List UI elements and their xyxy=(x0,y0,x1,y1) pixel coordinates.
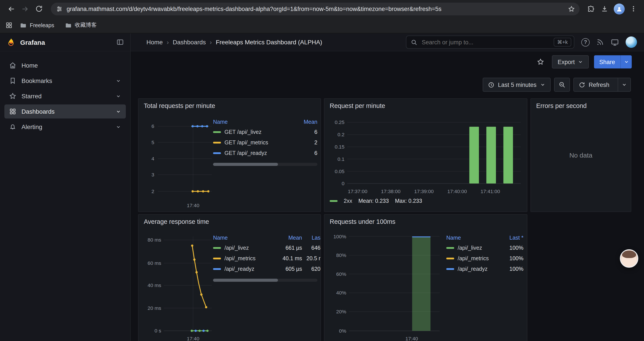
sidebar-header: Grafana xyxy=(0,33,130,51)
sidebar-item-starred[interactable]: Starred xyxy=(4,89,126,103)
export-button[interactable]: Export xyxy=(552,55,589,69)
refresh-button[interactable]: Refresh xyxy=(574,78,614,91)
browser-menu-icon[interactable] xyxy=(630,5,637,12)
y-axis-tick: 80 ms xyxy=(148,237,161,243)
legend-header-last[interactable]: Las xyxy=(302,235,320,241)
scrollbar-thumb[interactable] xyxy=(213,163,278,166)
bookmark-label: 收藏博客 xyxy=(75,22,97,29)
legend-row[interactable]: GET /api/_readyz 6 xyxy=(213,148,318,158)
legend-header-name[interactable]: Name xyxy=(446,235,501,241)
legend-header-last[interactable]: Last * xyxy=(501,235,524,241)
y-axis-tick: 80% xyxy=(336,252,346,258)
x-axis-tick: 17:40 xyxy=(406,336,418,341)
bookmark-label: Freeleaps xyxy=(30,22,54,28)
legend-value: 620 xyxy=(302,266,320,272)
series-color-swatch xyxy=(213,131,221,133)
legend-row[interactable]: GET /api/_metrics 2 xyxy=(213,137,318,148)
bookmark-item-freeleaps[interactable]: Freeleaps xyxy=(16,20,58,31)
person-icon xyxy=(616,6,622,12)
share-button[interactable]: Share xyxy=(594,55,620,69)
legend-scrollbar[interactable] xyxy=(213,279,318,282)
dashboard-panels: Total requests per minute 6 5 4 3 2 17:4… xyxy=(131,98,644,341)
time-range-picker[interactable]: Last 5 minutes xyxy=(483,78,550,92)
forward-button[interactable] xyxy=(18,2,32,15)
bookmark-icon xyxy=(9,77,17,85)
x-axis-tick: 17:41:00 xyxy=(480,188,500,194)
user-avatar[interactable] xyxy=(626,37,637,48)
legend-row[interactable]: /api/_metrics 100% xyxy=(446,253,524,264)
sidebar-nav: Home Bookmarks Starred Dashboards xyxy=(0,51,130,141)
sidebar-item-home[interactable]: Home xyxy=(4,58,126,72)
x-axis-tick: 17:38:00 xyxy=(381,188,400,194)
profile-avatar[interactable] xyxy=(614,3,625,14)
legend-row[interactable]: /api/_readyz 605 µs 620 xyxy=(213,264,320,274)
legend-row[interactable]: 2xx Mean: 0.233 Max: 0.233 xyxy=(330,198,422,204)
folder-icon xyxy=(20,22,27,29)
legend-row[interactable]: /api/_readyz 100% xyxy=(446,264,524,274)
app-topbar: Home › Dashboards › Freeleaps Metrics Da… xyxy=(131,33,644,51)
star-icon xyxy=(536,58,544,66)
extensions-icon[interactable] xyxy=(588,5,595,13)
legend-row[interactable]: /api/_livez 100% xyxy=(446,243,524,253)
legend-table: Name Mean GET /api/_livez 6 GET /api/_me… xyxy=(213,117,318,158)
floating-assistant-avatar[interactable] xyxy=(620,249,638,268)
help-icon[interactable]: ? xyxy=(581,38,590,46)
no-data-text: No data xyxy=(531,99,631,212)
legend-table: Name Mean Las /api/_livez 661 µs 646 xyxy=(213,233,320,274)
legend-mean: Mean: 0.233 xyxy=(358,198,389,204)
search-icon xyxy=(411,39,417,46)
sidebar-item-dashboards[interactable]: Dashboards xyxy=(4,104,126,119)
search-box[interactable]: ⌘+k xyxy=(406,36,574,49)
export-label: Export xyxy=(558,59,575,65)
series-color-swatch xyxy=(213,142,221,144)
legend-row[interactable]: GET /api/_livez 6 xyxy=(213,127,318,137)
y-axis-tick: 4 xyxy=(152,156,154,162)
chevron-down-icon[interactable] xyxy=(115,124,122,130)
chevron-down-icon xyxy=(540,82,545,87)
breadcrumb-home[interactable]: Home xyxy=(146,39,163,46)
legend-scrollbar[interactable] xyxy=(213,163,318,166)
bookmark-item-blogs[interactable]: 收藏博客 xyxy=(61,20,100,31)
monitor-icon[interactable] xyxy=(611,38,619,46)
url-bar[interactable]: grafana.mathmast.com/d/deytv4rwavabkb/fr… xyxy=(51,3,580,15)
legend-name: /api/_metrics xyxy=(224,255,276,261)
grafana-logo xyxy=(6,37,16,47)
chevron-down-icon[interactable] xyxy=(115,93,122,99)
back-button[interactable] xyxy=(4,2,18,15)
share-caret-button[interactable] xyxy=(620,55,632,69)
legend-header-name[interactable]: Name xyxy=(213,235,276,241)
bar-chart[interactable]: 0.25 0.2 0.15 0.1 0.05 0 17:37:00 17:38:… xyxy=(324,99,527,212)
chevron-down-icon xyxy=(622,82,627,87)
sidebar-item-bookmarks[interactable]: Bookmarks xyxy=(4,74,126,88)
zoom-out-button[interactable] xyxy=(554,78,570,92)
star-icon xyxy=(9,92,17,100)
download-icon[interactable] xyxy=(600,5,608,13)
reload-button[interactable] xyxy=(32,2,46,15)
sidebar-collapse-icon[interactable] xyxy=(116,38,124,46)
sidebar-item-alerting[interactable]: Alerting xyxy=(4,120,126,134)
legend-row[interactable]: /api/_livez 661 µs 646 xyxy=(213,243,320,253)
y-axis-tick: 40 ms xyxy=(148,282,161,288)
scrollbar-thumb[interactable] xyxy=(213,279,278,282)
news-icon[interactable] xyxy=(596,38,604,46)
sidebar-item-label: Starred xyxy=(22,93,42,100)
sidebar-item-label: Bookmarks xyxy=(22,77,52,84)
legend-header-mean[interactable]: Mean xyxy=(276,235,302,241)
legend-header-name[interactable]: Name xyxy=(213,119,297,125)
breadcrumb-dashboards[interactable]: Dashboards xyxy=(173,39,206,46)
avatar-hair xyxy=(622,251,636,258)
browser-toolbar: grafana.mathmast.com/d/deytv4rwavabkb/fr… xyxy=(0,0,644,18)
legend-name: /api/_metrics xyxy=(458,255,501,261)
chevron-down-icon[interactable] xyxy=(115,78,122,84)
bar-2xx xyxy=(469,127,479,183)
favorite-star-button[interactable] xyxy=(534,56,547,68)
refresh-caret-button[interactable] xyxy=(618,78,630,91)
bookmark-star-icon[interactable] xyxy=(568,5,575,13)
legend-header-mean[interactable]: Mean xyxy=(297,119,318,125)
search-input[interactable] xyxy=(421,38,550,46)
chevron-down-icon[interactable] xyxy=(115,108,122,115)
y-axis-tick: 0% xyxy=(339,328,346,334)
series-color-swatch xyxy=(446,268,454,270)
legend-row[interactable]: /api/_metrics 40.1 ms 20.5 r xyxy=(213,253,320,264)
apps-grid-icon[interactable] xyxy=(5,22,13,29)
